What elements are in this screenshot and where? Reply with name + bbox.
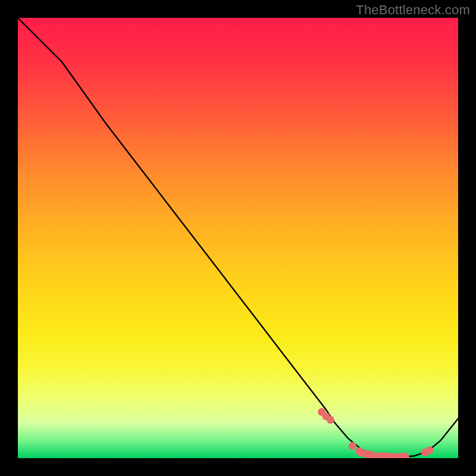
watermark-text: TheBottleneck.com [356,2,470,18]
chart-frame: TheBottleneck.com [0,0,476,476]
bottleneck-curve [18,18,458,457]
data-dot [349,442,356,450]
data-dot [327,416,334,424]
data-dots [318,408,433,458]
data-dot [425,446,433,454]
plot-area [18,18,458,458]
chart-overlay [18,18,458,458]
